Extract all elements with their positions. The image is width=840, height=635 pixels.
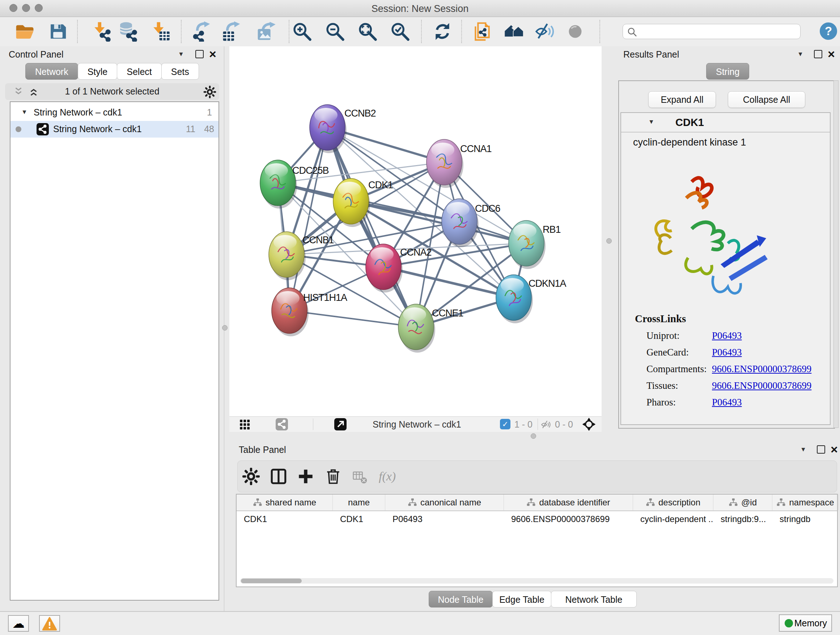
tab-string[interactable]: String <box>706 63 749 80</box>
results-panel-menu-caret-icon[interactable]: ▼ <box>797 51 804 58</box>
column-header--id[interactable]: @id <box>714 494 772 510</box>
export-table-button[interactable] <box>221 21 242 42</box>
column-header-namespace[interactable]: namespace <box>772 494 838 510</box>
protein-card-header[interactable]: ▼ CDK1 <box>621 113 830 133</box>
graph-node-ccnb2[interactable]: CCNB2 <box>309 105 376 153</box>
image-icon <box>258 29 271 40</box>
crosslink-label: Compartments: <box>646 363 706 375</box>
table-cell[interactable]: stringdb:9... <box>714 511 772 527</box>
crosslink-link[interactable]: P06493 <box>712 330 742 341</box>
results-panel-float-icon[interactable] <box>814 50 822 58</box>
table-cell[interactable]: cyclin-dependent ... <box>633 511 714 527</box>
import-network-file-button[interactable] <box>91 21 111 42</box>
hide-selected-button[interactable] <box>535 21 556 42</box>
tab-network-table[interactable]: Network Table <box>551 591 637 608</box>
column-label: @id <box>741 497 757 508</box>
results-panel-close-icon[interactable]: × <box>828 50 835 58</box>
birds-eye-crosshair-icon[interactable] <box>582 417 596 431</box>
graph-node-ccne1[interactable]: CCNE1 <box>398 304 463 353</box>
column-header-name[interactable]: name <box>333 494 385 510</box>
tab-network[interactable]: Network <box>25 63 78 80</box>
control-panel-float-icon[interactable] <box>195 50 204 58</box>
splitter-handle[interactable] <box>606 238 612 244</box>
open-in-browser-icon[interactable] <box>334 418 347 431</box>
table-panel-menu-caret-icon[interactable]: ▼ <box>800 446 806 453</box>
copy-network-button[interactable] <box>472 21 493 42</box>
network-canvas[interactable]: CCNB2CCNA1CDC25BCDK1CDC6RB1CCNB1CCNA2CDK… <box>229 46 602 416</box>
import-table-button[interactable] <box>150 21 171 42</box>
search-input[interactable] <box>640 25 797 39</box>
export-image-button[interactable] <box>256 21 276 42</box>
search-box[interactable] <box>622 24 801 39</box>
import-network-database-button[interactable] <box>117 21 137 42</box>
cloud-status-button[interactable]: ☁ <box>8 615 29 632</box>
graph-node-ccna1[interactable]: CCNA1 <box>426 139 492 188</box>
tab-edge-table[interactable]: Edge Table <box>493 591 551 608</box>
graph-node-cdkn1a[interactable]: CDKN1A <box>496 275 567 323</box>
tab-select[interactable]: Select <box>117 63 161 80</box>
memory-button[interactable]: Memory <box>779 614 832 632</box>
hierarchy-icon <box>729 498 738 507</box>
column-header-database-identifier[interactable]: database identifier <box>504 494 633 510</box>
table-gear-icon[interactable] <box>242 467 260 486</box>
crosslink-link[interactable]: 9606.ENSP00000378699 <box>712 363 812 375</box>
graph-node-ccna2[interactable]: CCNA2 <box>366 244 431 293</box>
show-all-button[interactable] <box>565 21 585 42</box>
home-networks-button[interactable] <box>504 21 524 42</box>
refresh-layout-button[interactable] <box>432 21 453 42</box>
control-panel-close-icon[interactable]: × <box>209 50 216 58</box>
table-horizontal-scrollbar[interactable] <box>240 578 834 584</box>
zoom-in-button[interactable] <box>292 21 312 42</box>
save-session-button[interactable] <box>48 21 68 42</box>
tab-style[interactable]: Style <box>78 63 118 80</box>
crosslink-link[interactable]: P06493 <box>712 397 742 408</box>
open-session-button[interactable] <box>14 21 35 42</box>
grid-view-icon[interactable] <box>240 419 250 430</box>
table-cell[interactable]: stringdb <box>772 511 838 527</box>
table-cell[interactable]: 9606.ENSP00000378699 <box>504 511 633 527</box>
collapse-caret-icon[interactable]: ▼ <box>648 119 654 126</box>
delete-column-icon[interactable] <box>324 467 342 486</box>
column-header-description[interactable]: description <box>633 494 714 510</box>
zoom-selected-button[interactable] <box>390 21 410 42</box>
column-header-canonical-name[interactable]: canonical name <box>385 494 504 510</box>
table-panel-close-icon[interactable]: × <box>831 445 838 453</box>
table-cell[interactable]: CDK1 <box>333 511 385 527</box>
collection-caret-icon[interactable]: ▼ <box>21 109 27 116</box>
main-toolbar: ? <box>0 17 840 47</box>
control-panel-menu-caret-icon[interactable]: ▼ <box>178 51 184 58</box>
export-network-button[interactable] <box>191 21 212 42</box>
column-header-shared-name[interactable]: shared name <box>237 494 333 510</box>
graph-node-ccnb1[interactable]: CCNB1 <box>269 232 334 280</box>
splitter-handle[interactable] <box>531 433 536 439</box>
table-cell[interactable]: P06493 <box>385 511 504 527</box>
help-button[interactable]: ? <box>820 22 837 40</box>
graph-node-cdc25b[interactable]: CDC25B <box>260 160 329 209</box>
warnings-button[interactable] <box>39 615 60 632</box>
show-columns-icon[interactable] <box>270 467 287 486</box>
add-column-icon[interactable] <box>297 467 315 486</box>
vertical-splitter-left[interactable] <box>224 46 229 432</box>
tab-node-table[interactable]: Node Table <box>429 591 493 608</box>
zoom-fit-button[interactable] <box>357 21 378 42</box>
graph-node-hist1h1a[interactable]: HIST1H1A <box>272 288 347 336</box>
expand-all-button[interactable]: Expand All <box>648 91 716 108</box>
selected-checkbox-icon[interactable]: ✓ <box>500 419 510 429</box>
zoom-out-button[interactable] <box>325 21 345 42</box>
splitter-handle[interactable] <box>222 325 227 331</box>
results-scrollbar[interactable] <box>834 80 838 428</box>
scrollbar-thumb[interactable] <box>241 578 302 583</box>
tab-sets[interactable]: Sets <box>161 63 199 80</box>
network-row-selected[interactable]: String Network – cdk1 11 48 <box>11 121 218 138</box>
graph-edge[interactable] <box>289 127 327 310</box>
string-view-icon[interactable] <box>276 418 288 431</box>
gear-icon[interactable] <box>203 86 216 98</box>
table-panel-float-icon[interactable] <box>817 445 825 454</box>
network-collection-row[interactable]: ▼ String Network – cdk1 1 <box>11 104 218 121</box>
crosslink-label: Tissues: <box>646 380 678 391</box>
crosslink-link[interactable]: 9606.ENSP00000378699 <box>712 380 812 391</box>
crosslink-link[interactable]: P06493 <box>712 347 742 358</box>
table-cell[interactable]: CDK1 <box>237 511 333 527</box>
graph-node-rb1[interactable]: RB1 <box>508 220 561 269</box>
collapse-all-button[interactable]: Collapse All <box>728 91 805 108</box>
